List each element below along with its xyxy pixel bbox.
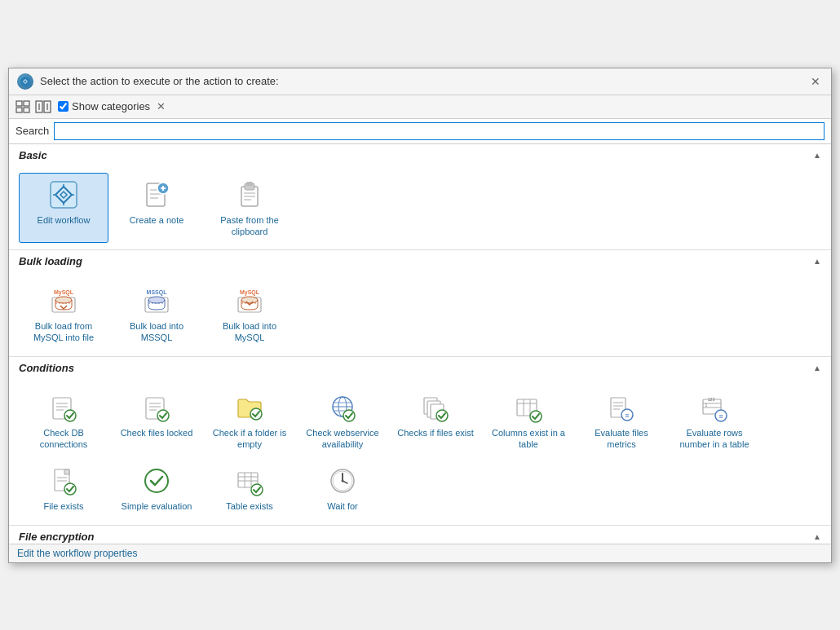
bulk-mysql-icon: MySQL — [233, 284, 266, 317]
svg-text:≡: ≡ — [625, 412, 629, 420]
action-label-check-folder: Check if a folder is empty — [209, 427, 290, 451]
table-exists-icon — [233, 465, 266, 497]
check-folder-icon — [233, 391, 266, 424]
action-columns-exist[interactable]: Columns exist in a table — [484, 385, 573, 456]
svg-point-1 — [24, 80, 27, 82]
collapse-file-encryption-icon: ▲ — [813, 532, 821, 541]
svg-point-30 — [55, 297, 72, 303]
svg-point-94 — [342, 480, 344, 482]
window-title: Select the action to execute or the acti… — [40, 75, 279, 87]
action-check-webservice[interactable]: Check webservice availability — [298, 385, 387, 456]
svg-rect-5 — [24, 108, 29, 112]
svg-text:123: 123 — [708, 397, 715, 402]
section-label-bulk-loading: Bulk loading — [19, 255, 82, 267]
action-create-note[interactable]: Create a note — [112, 173, 201, 244]
toolbar: Show categories ✕ — [9, 95, 831, 119]
action-label-evaluate-files: Evaluate files metrics — [581, 427, 662, 451]
evaluate-files-icon: ≡ — [605, 391, 638, 424]
section-items-conditions: Check DB connections Chec — [9, 379, 831, 525]
evaluate-rows-icon: 123 1 ≡ — [698, 391, 731, 424]
expand-all-button[interactable] — [35, 99, 51, 115]
collapse-conditions-icon: ▲ — [813, 363, 821, 372]
action-table-exists[interactable]: Table exists — [205, 459, 294, 518]
check-webservice-icon — [326, 391, 359, 424]
action-evaluate-rows[interactable]: 123 1 ≡ Evaluate rows number in a table — [670, 385, 759, 456]
svg-rect-3 — [24, 101, 29, 106]
create-note-icon — [140, 178, 173, 211]
columns-exist-icon — [512, 391, 545, 424]
action-label-wait-for: Wait for — [327, 500, 358, 512]
section-header-conditions[interactable]: Conditions ▲ — [9, 357, 831, 379]
section-header-file-encryption[interactable]: File encryption ▲ — [9, 526, 831, 544]
checks-files-exist-icon — [419, 391, 452, 424]
action-check-folder[interactable]: Check if a folder is empty — [205, 385, 294, 456]
title-bar-left: Select the action to execute or the acti… — [17, 73, 279, 90]
section-basic: Basic ▲ — [9, 144, 831, 251]
svg-point-34 — [148, 297, 165, 303]
action-label-columns-exist: Columns exist in a table — [488, 427, 569, 451]
action-label-bulk-mysql-file: Bulk load from MySQL into file — [23, 320, 104, 344]
action-label-table-exists: Table exists — [226, 500, 272, 512]
collapse-basic-icon: ▲ — [813, 151, 821, 160]
show-categories-label[interactable]: Show categories — [58, 100, 150, 112]
title-bar: Select the action to execute or the acti… — [9, 68, 831, 95]
svg-rect-24 — [246, 182, 253, 186]
main-window: Select the action to execute or the acti… — [8, 68, 832, 563]
section-conditions: Conditions ▲ — [9, 357, 831, 526]
clear-button[interactable]: ✕ — [157, 100, 166, 112]
collapse-all-button[interactable] — [15, 99, 32, 115]
paste-clipboard-icon — [233, 178, 266, 211]
svg-text:MySQL: MySQL — [240, 289, 260, 296]
svg-text:MSSQL: MSSQL — [147, 289, 168, 296]
action-bulk-mssql[interactable]: MSSQL Bulk load into MSSQL — [112, 279, 201, 350]
svg-point-83 — [145, 469, 168, 492]
action-bulk-mysql-file[interactable]: MySQL Bulk load from MySQL into file — [19, 279, 108, 350]
action-label-simple-eval: Simple evaluation — [122, 500, 192, 512]
action-simple-eval[interactable]: Simple evaluation — [112, 459, 201, 518]
svg-text:≡: ≡ — [718, 412, 723, 421]
action-label-bulk-mysql: Bulk load into MySQL — [209, 320, 290, 344]
status-bar: Edit the workflow properties — [9, 544, 831, 562]
action-label-paste-clipboard: Paste from the clipboard — [209, 214, 290, 238]
svg-rect-2 — [16, 101, 22, 106]
action-paste-clipboard[interactable]: Paste from the clipboard — [205, 173, 294, 244]
action-label-evaluate-rows: Evaluate rows number in a table — [674, 427, 755, 451]
search-bar: Search — [9, 119, 831, 144]
search-input[interactable] — [54, 122, 825, 140]
status-text: Edit the workflow properties — [17, 548, 137, 559]
action-file-exists[interactable]: File exists — [19, 459, 108, 518]
section-header-basic[interactable]: Basic ▲ — [9, 144, 831, 166]
content-area: Basic ▲ — [9, 144, 831, 544]
section-header-bulk-loading[interactable]: Bulk loading ▲ — [9, 250, 831, 272]
file-exists-icon — [47, 465, 80, 497]
action-check-files-locked[interactable]: Check files locked — [112, 385, 201, 456]
show-categories-checkbox[interactable] — [58, 101, 69, 112]
action-evaluate-files[interactable]: ≡ Evaluate files metrics — [577, 385, 666, 456]
action-label-checks-files-exist: Checks if files exist — [397, 427, 474, 438]
search-label: Search — [15, 125, 49, 137]
section-items-bulk-loading: MySQL Bulk load from MySQL into file — [9, 272, 831, 356]
edit-workflow-icon — [47, 178, 80, 211]
collapse-bulk-icon: ▲ — [813, 257, 821, 266]
check-db-icon — [47, 391, 80, 424]
check-files-locked-icon — [140, 391, 173, 424]
show-categories-text: Show categories — [72, 100, 150, 112]
app-icon — [17, 73, 33, 90]
close-button[interactable]: ✕ — [808, 74, 823, 89]
action-bulk-mysql[interactable]: MySQL Bulk load into MySQL — [205, 279, 294, 350]
section-items-basic: Edit workflow — [9, 166, 831, 250]
section-label-file-encryption: File encryption — [19, 531, 94, 543]
action-edit-workflow[interactable]: Edit workflow — [19, 173, 108, 244]
svg-text:1: 1 — [705, 403, 708, 408]
wait-for-icon — [326, 465, 359, 497]
bulk-mysql-file-icon: MySQL — [47, 284, 80, 317]
action-label-file-exists: File exists — [44, 500, 84, 512]
toolbar-icons — [15, 99, 51, 115]
section-bulk-loading: Bulk loading ▲ MySQL — [9, 250, 831, 357]
action-check-db[interactable]: Check DB connections — [19, 385, 108, 456]
action-checks-files-exist[interactable]: Checks if files exist — [391, 385, 480, 456]
action-label-create-note: Create a note — [130, 214, 184, 226]
action-wait-for[interactable]: Wait for — [298, 459, 387, 518]
section-file-encryption: File encryption ▲ — [9, 526, 831, 544]
action-label-check-db: Check DB connections — [23, 427, 104, 451]
